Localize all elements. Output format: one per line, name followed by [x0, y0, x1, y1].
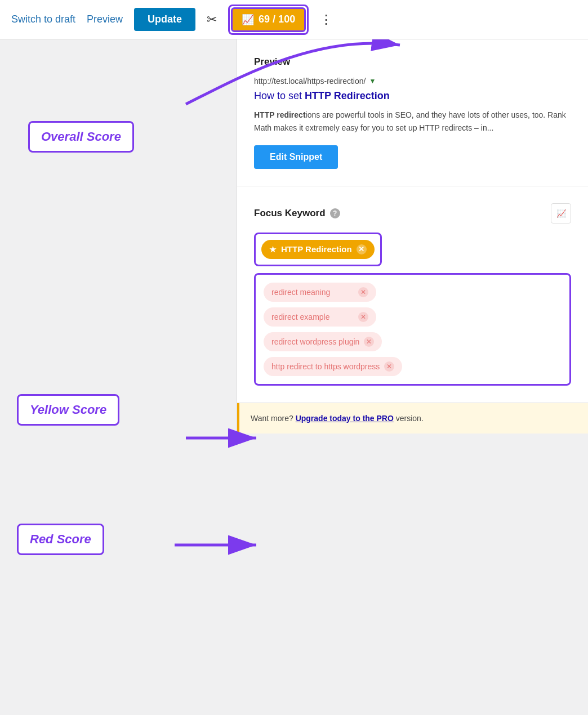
trend-icon: 📈 — [556, 209, 566, 218]
upgrade-box: Want more? Upgrade today to the PRO vers… — [237, 403, 588, 434]
overall-score-annotation: Overall Score — [28, 121, 134, 153]
preview-description: HTTP redirections are powerful tools in … — [254, 109, 571, 134]
yellow-score-annotation: Yellow Score — [17, 394, 119, 426]
trend-button[interactable]: 📈 — [551, 203, 571, 224]
focus-keyword-section: Focus Keyword ? 📈 ★ HTTP Redirection ✕ r — [237, 186, 588, 403]
preview-title-heading: Preview — [254, 56, 571, 68]
red-score-annotation: Red Score — [17, 524, 104, 555]
red-score-label: Red Score — [30, 532, 91, 546]
preview-url: http://test.local/https-redirection/ ▼ — [254, 77, 571, 86]
preview-button[interactable]: Preview — [87, 14, 123, 25]
score-badge-wrapper: 📈 69 / 100 — [228, 5, 309, 35]
focus-keyword-heading: Focus Keyword — [254, 208, 326, 219]
preview-url-text: http://test.local/https-redirection/ — [254, 77, 366, 86]
keyword-tag-text-0: redirect meaning — [271, 288, 330, 297]
primary-keyword-tag: ★ HTTP Redirection ✕ — [261, 240, 375, 259]
chart-icon: 📈 — [242, 14, 254, 26]
scissors-icon[interactable]: ✂ — [207, 12, 217, 27]
upgrade-text-before: Want more? — [251, 414, 296, 423]
toolbar: Switch to draft Preview Update ✂ 📈 69 / … — [0, 0, 588, 39]
upgrade-link[interactable]: Upgrade today to the PRO — [296, 414, 394, 423]
score-badge-button[interactable]: 📈 69 / 100 — [231, 7, 306, 32]
primary-keyword-wrapper: ★ HTTP Redirection ✕ — [254, 233, 382, 266]
preview-title-bold: HTTP Redirection — [305, 90, 390, 101]
more-options-button[interactable]: ⋮ — [320, 12, 332, 27]
keyword-remove-button-1[interactable]: ✕ — [358, 312, 368, 322]
dropdown-arrow-icon[interactable]: ▼ — [369, 77, 376, 85]
right-panel: Preview http://test.local/https-redirect… — [237, 39, 588, 434]
keyword-tag-http-redirect-https: http redirect to https wordpress ✕ — [264, 357, 402, 376]
keyword-tag-text-3: http redirect to https wordpress — [271, 362, 380, 371]
preview-title-start: How to set — [254, 90, 305, 101]
keyword-tag-redirect-meaning: redirect meaning ✕ — [264, 283, 376, 302]
score-value: 69 / 100 — [259, 14, 295, 25]
keyword-tag-redirect-wordpress-plugin: redirect wordpress plugin ✕ — [264, 332, 382, 351]
yellow-score-label: Yellow Score — [30, 403, 106, 417]
upgrade-text-after: version. — [394, 414, 424, 423]
switch-to-draft-button[interactable]: Switch to draft — [11, 14, 75, 25]
keyword-tag-redirect-example: redirect example ✕ — [264, 307, 376, 327]
main-layout: Overall Score Yellow Score Red Score Pre… — [0, 39, 588, 434]
keyword-tag-text-2: redirect wordpress plugin — [271, 337, 359, 346]
preview-desc-bold: HTTP redirect — [254, 110, 306, 119]
primary-keyword-remove-button[interactable]: ✕ — [357, 244, 367, 254]
keyword-tag-text-1: redirect example — [271, 312, 330, 321]
keyword-remove-button-3[interactable]: ✕ — [384, 361, 394, 372]
primary-keyword-text: HTTP Redirection — [281, 244, 352, 254]
secondary-keywords-wrapper: redirect meaning ✕ redirect example ✕ re… — [254, 273, 571, 386]
keyword-remove-button-2[interactable]: ✕ — [364, 337, 374, 347]
left-panel: Overall Score Yellow Score Red Score — [0, 39, 237, 434]
star-icon: ★ — [269, 245, 277, 254]
keyword-remove-button-0[interactable]: ✕ — [358, 287, 368, 297]
edit-snippet-button[interactable]: Edit Snippet — [254, 145, 338, 169]
preview-section: Preview http://test.local/https-redirect… — [237, 39, 588, 186]
focus-keyword-header: Focus Keyword ? 📈 — [254, 203, 571, 224]
preview-page-title: How to set HTTP Redirection — [254, 89, 571, 103]
overall-score-label: Overall Score — [41, 129, 121, 144]
update-button[interactable]: Update — [134, 8, 195, 31]
help-icon[interactable]: ? — [330, 208, 340, 218]
focus-keyword-title: Focus Keyword ? — [254, 208, 340, 219]
